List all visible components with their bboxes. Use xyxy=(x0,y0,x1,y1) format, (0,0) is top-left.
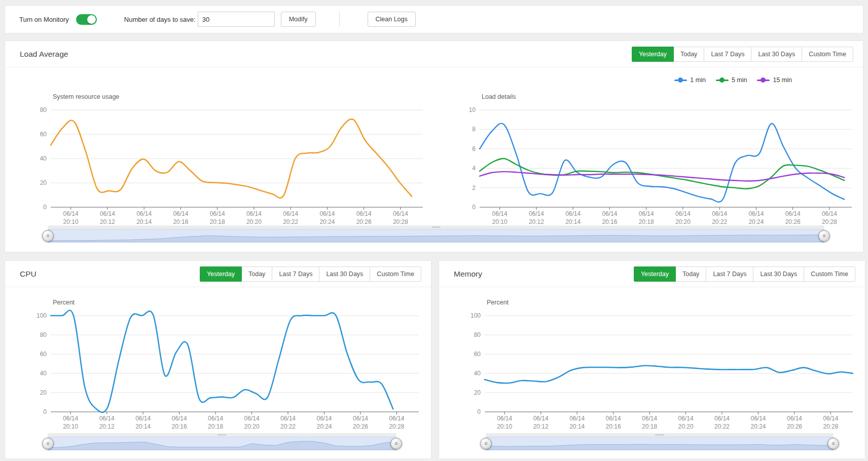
legend-item-5-min[interactable]: 5 min xyxy=(716,76,747,84)
tab-last-30-days[interactable]: Last 30 Days xyxy=(319,266,370,282)
svg-text:06/14: 06/14 xyxy=(748,210,764,217)
svg-text:06/14: 06/14 xyxy=(353,415,368,422)
legend-item-1-min[interactable]: 1 min xyxy=(674,76,706,84)
svg-text:60: 60 xyxy=(474,351,481,358)
tab-today[interactable]: Today xyxy=(675,266,706,282)
svg-text:06/14: 06/14 xyxy=(244,415,260,422)
svg-text:0: 0 xyxy=(472,204,476,211)
cpu-panel: CPU YesterdayTodayLast 7 DaysLast 30 Day… xyxy=(5,260,431,459)
svg-text:8: 8 xyxy=(472,126,476,133)
svg-text:20: 20 xyxy=(40,179,47,186)
load-average-datazoom-slider[interactable]: ≡≡ xyxy=(48,225,824,243)
tab-custom-time[interactable]: Custom Time xyxy=(802,47,853,62)
tab-custom-time[interactable]: Custom Time xyxy=(370,266,421,282)
datazoom-right-handle-icon[interactable]: ≡ xyxy=(818,230,830,242)
datazoom-grip-icon xyxy=(218,434,227,436)
datazoom-grip-icon xyxy=(431,226,441,228)
svg-text:0: 0 xyxy=(43,408,47,415)
tab-custom-time[interactable]: Custom Time xyxy=(804,266,855,282)
load-average-header: Load Average YesterdayTodayLast 7 DaysLa… xyxy=(5,41,863,67)
svg-text:20:24: 20:24 xyxy=(750,423,766,430)
tab-last-30-days[interactable]: Last 30 Days xyxy=(751,47,802,62)
svg-text:06/14: 06/14 xyxy=(246,210,262,217)
svg-text:06/14: 06/14 xyxy=(210,210,225,217)
tab-last-7-days[interactable]: Last 7 Days xyxy=(706,266,753,282)
svg-text:Percent: Percent xyxy=(487,299,509,306)
tab-today[interactable]: Today xyxy=(673,47,704,62)
svg-text:20:20: 20:20 xyxy=(675,218,691,225)
svg-text:20:18: 20:18 xyxy=(208,423,223,430)
svg-text:20:14: 20:14 xyxy=(565,218,581,225)
svg-text:20:20: 20:20 xyxy=(678,423,694,430)
svg-text:06/14: 06/14 xyxy=(280,415,296,422)
svg-text:20:12: 20:12 xyxy=(533,423,549,430)
tab-last-7-days[interactable]: Last 7 Days xyxy=(272,266,319,282)
monitor-toggle[interactable] xyxy=(76,14,97,25)
memory-body: Percent02040608010006/1420:1006/1420:120… xyxy=(439,287,865,450)
datazoom-selection[interactable] xyxy=(486,437,834,450)
svg-text:06/14: 06/14 xyxy=(712,210,727,217)
svg-text:06/14: 06/14 xyxy=(785,210,801,217)
tab-yesterday[interactable]: Yesterday xyxy=(632,47,674,62)
svg-text:06/14: 06/14 xyxy=(642,415,657,422)
datazoom-left-handle-icon[interactable]: ≡ xyxy=(42,438,54,449)
svg-text:20:10: 20:10 xyxy=(497,423,512,430)
cpu-datazoom-slider[interactable]: ≡≡ xyxy=(48,433,396,450)
clean-logs-button[interactable]: Clean Logs xyxy=(368,12,416,27)
monitor-toolbar: Turn on Monitory Number of days to save:… xyxy=(5,5,863,33)
datazoom-track[interactable] xyxy=(48,225,824,229)
svg-text:20:22: 20:22 xyxy=(714,423,730,430)
svg-text:0: 0 xyxy=(43,204,47,211)
tab-last-30-days[interactable]: Last 30 Days xyxy=(753,266,804,282)
svg-text:20:12: 20:12 xyxy=(99,423,115,430)
svg-text:4: 4 xyxy=(472,165,476,172)
svg-text:20:16: 20:16 xyxy=(602,218,617,225)
svg-text:06/14: 06/14 xyxy=(389,415,404,422)
datazoom-right-handle-icon[interactable]: ≡ xyxy=(827,438,839,449)
svg-text:20:20: 20:20 xyxy=(246,218,262,225)
tab-today[interactable]: Today xyxy=(241,266,272,282)
svg-text:20:24: 20:24 xyxy=(316,423,332,430)
svg-text:06/14: 06/14 xyxy=(208,415,223,422)
memory-panel: Memory YesterdayTodayLast 7 DaysLast 30 … xyxy=(439,260,865,459)
svg-text:06/14: 06/14 xyxy=(356,210,372,217)
svg-text:40: 40 xyxy=(40,155,47,162)
svg-text:20:14: 20:14 xyxy=(136,218,152,225)
datazoom-right-handle-icon[interactable]: ≡ xyxy=(390,438,402,449)
datazoom-left-handle-icon[interactable]: ≡ xyxy=(42,230,54,242)
modify-button[interactable]: Modify xyxy=(281,12,316,27)
tab-yesterday[interactable]: Yesterday xyxy=(634,266,676,282)
svg-text:20:28: 20:28 xyxy=(389,423,404,430)
svg-text:20:24: 20:24 xyxy=(319,218,335,225)
legend-item-15-min[interactable]: 15 min xyxy=(757,76,792,84)
datazoom-left-handle-icon[interactable]: ≡ xyxy=(480,438,492,449)
load-average-charts: System resource usage02040608006/1420:10… xyxy=(5,67,863,228)
svg-text:6: 6 xyxy=(472,145,476,152)
memory-datazoom-slider[interactable]: ≡≡ xyxy=(486,433,834,450)
svg-text:Load details: Load details xyxy=(482,93,516,100)
svg-text:20:18: 20:18 xyxy=(210,218,225,225)
datazoom-selection[interactable] xyxy=(48,437,396,450)
svg-text:06/14: 06/14 xyxy=(316,415,332,422)
svg-text:20:26: 20:26 xyxy=(785,218,801,225)
days-to-save-input[interactable] xyxy=(198,12,275,27)
datazoom-track[interactable] xyxy=(48,433,396,437)
cpu-time-tabs: YesterdayTodayLast 7 DaysLast 30 DaysCus… xyxy=(200,266,421,282)
cpu-memory-row: CPU YesterdayTodayLast 7 DaysLast 30 Day… xyxy=(5,260,863,459)
load-details-chart: Load details024681006/1420:1006/1420:120… xyxy=(434,67,863,228)
datazoom-track[interactable] xyxy=(486,433,834,437)
svg-text:06/14: 06/14 xyxy=(787,415,802,422)
svg-text:20:10: 20:10 xyxy=(63,218,79,225)
tab-yesterday[interactable]: Yesterday xyxy=(200,266,242,282)
tab-last-7-days[interactable]: Last 7 Days xyxy=(704,47,751,62)
svg-text:20:20: 20:20 xyxy=(244,423,260,430)
datazoom-selection[interactable] xyxy=(48,229,824,243)
svg-text:20:16: 20:16 xyxy=(606,423,621,430)
svg-text:06/14: 06/14 xyxy=(136,210,152,217)
svg-text:System resource usage: System resource usage xyxy=(53,93,119,100)
legend-marker-icon xyxy=(716,77,729,83)
svg-text:06/14: 06/14 xyxy=(823,415,838,422)
svg-text:40: 40 xyxy=(40,370,47,377)
svg-text:20:26: 20:26 xyxy=(353,423,368,430)
load-average-title: Load Average xyxy=(20,50,68,59)
